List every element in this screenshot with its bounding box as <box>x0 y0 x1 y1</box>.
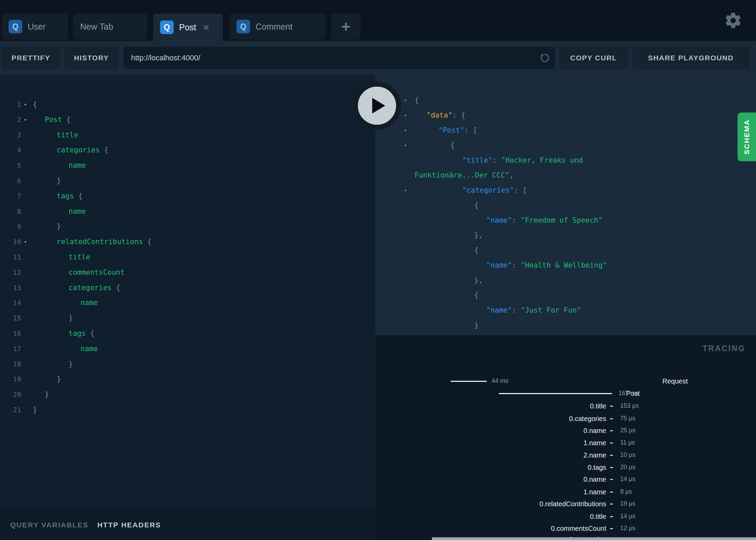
trace-duration-value: 167 ms <box>619 390 639 397</box>
prettify-button[interactable]: PRETTIFY <box>2 47 60 69</box>
response-line: } <box>375 318 756 333</box>
line-number: 14 <box>0 295 21 311</box>
trace-resolver-label: 0.name <box>583 426 606 435</box>
trace-duration-value: 20 μs <box>620 464 635 471</box>
trace-duration-dash <box>610 528 613 529</box>
trace-duration-bar <box>499 393 612 394</box>
editor-line: 7tags { <box>0 189 375 204</box>
punct-token: }, <box>474 231 483 239</box>
code-text: commentsCount <box>69 265 375 280</box>
query-badge-icon: Q <box>236 20 250 33</box>
schema-side-tab[interactable]: SCHEMA <box>738 112 756 161</box>
string-token: "Freedom of Speech" <box>521 216 602 224</box>
code-text: ] <box>462 333 756 335</box>
editor-line: 12commentsCount <box>0 265 375 280</box>
code-text: name <box>81 341 375 357</box>
query-editor[interactable]: 1▾{2▾Post {3title4categories {5name6}7ta… <box>0 75 375 510</box>
editor-line: 8name <box>0 204 375 219</box>
trace-resolver-label: 0.title <box>590 401 606 411</box>
punct-token: } <box>57 375 61 383</box>
response-line: ▾"categories": [ <box>375 183 756 198</box>
code-text: } <box>57 219 375 234</box>
tab-post[interactable]: QPost× <box>153 14 223 41</box>
tracing-panel: TRACING Request44 msPost167 ms0.title153… <box>375 335 756 540</box>
key-token: "categories" <box>462 186 514 194</box>
code-text: name <box>69 158 375 173</box>
line-number: 15 <box>0 311 21 326</box>
tracing-row: Post167 ms <box>375 389 756 398</box>
endpoint-url-input[interactable] <box>123 47 555 69</box>
punct-token: } <box>33 406 37 414</box>
tracing-row: 0.categories75 μs <box>375 414 756 423</box>
close-tab-icon[interactable]: × <box>203 22 209 33</box>
tracing-horizontal-scrollbar[interactable] <box>432 537 756 540</box>
code-text: { <box>33 97 375 112</box>
fold-arrow-icon[interactable]: ▾ <box>404 183 407 198</box>
code-text: title <box>57 127 375 143</box>
punct-token: { <box>147 238 152 246</box>
punct-token: } <box>57 177 61 185</box>
share-playground-button[interactable]: SHARE PLAYGROUND <box>632 47 750 69</box>
editor-line: 3title <box>0 127 375 143</box>
line-number: 18 <box>0 357 21 372</box>
query-variables-tab[interactable]: QUERY VARIABLES <box>10 521 88 529</box>
line-number: 21 <box>0 402 21 418</box>
fold-arrow-icon[interactable]: ▾ <box>404 108 407 123</box>
http-headers-tab[interactable]: HTTP HEADERS <box>97 521 161 529</box>
trace-duration-dash <box>610 492 613 493</box>
trace-duration-dash <box>610 516 613 517</box>
query-badge-icon: Q <box>9 20 22 33</box>
tracing-row: 1.name8 μs <box>375 487 756 497</box>
endpoint-url-box <box>123 47 555 69</box>
punct-token: }, <box>474 276 483 284</box>
editor-line: 5name <box>0 158 375 173</box>
field-token: name <box>81 345 98 353</box>
trace-duration-value: 14 μs <box>620 513 635 520</box>
tab-user[interactable]: QUser <box>2 14 68 40</box>
fold-arrow-icon[interactable]: ▾ <box>404 138 407 153</box>
history-button[interactable]: HISTORY <box>64 47 118 69</box>
fold-arrow-icon[interactable]: ▾ <box>24 97 27 112</box>
new-tab-button[interactable]: + <box>331 14 361 40</box>
punct-token: , <box>509 171 514 179</box>
code-text: "Post": [ <box>438 123 756 138</box>
tracing-row: 1.name11 μs <box>375 438 756 448</box>
fold-arrow-icon[interactable]: ▾ <box>24 234 27 250</box>
settings-gear-icon[interactable] <box>724 11 742 30</box>
code-text: "title": "Hacker, Freaks und <box>462 153 756 168</box>
response-line: Funktionäre...Der CCC", <box>375 168 756 183</box>
tab-new-tab[interactable]: New Tab <box>73 14 147 40</box>
tracing-row: 0.title14 μs <box>375 512 756 521</box>
code-text: } <box>33 402 375 418</box>
tracing-row: 0.tags20 μs <box>375 463 756 472</box>
editor-line: 16tags { <box>0 326 375 341</box>
code-text: name <box>69 204 375 219</box>
tracing-title: TRACING <box>702 344 745 353</box>
tracing-row: Request44 ms <box>375 376 756 386</box>
response-line: ▾{ <box>375 138 756 153</box>
response-line: ▾"data": { <box>375 108 756 123</box>
punct-token: { <box>474 291 479 299</box>
editor-line: 2▾Post { <box>0 112 375 127</box>
fold-arrow-icon[interactable]: ▾ <box>404 123 407 138</box>
editor-line: 1▾{ <box>0 97 375 112</box>
copy-curl-button[interactable]: COPY CURL <box>559 47 628 69</box>
reload-schema-icon[interactable] <box>539 52 551 64</box>
field-token: title <box>69 253 90 261</box>
fold-arrow-icon[interactable]: ▾ <box>24 112 27 127</box>
code-text: } <box>45 387 375 402</box>
data-key-token: "data" <box>426 111 452 119</box>
tab-comment[interactable]: QComment <box>230 14 325 40</box>
tracing-row: 0.name14 μs <box>375 475 756 484</box>
trace-duration-dash <box>610 467 613 468</box>
fold-arrow-icon[interactable]: ▾ <box>404 93 407 108</box>
tab-label: Comment <box>256 22 292 32</box>
punct-token: : <box>512 261 521 269</box>
execute-query-button[interactable] <box>353 82 401 130</box>
response-line: "title": "Hacker, Freaks und <box>375 153 756 168</box>
response-line: "name": "Freedom of Speech" <box>375 213 756 228</box>
trace-resolver-label: 0.tags <box>588 463 606 472</box>
punct-token: { <box>415 96 419 104</box>
field-token: categories <box>69 284 116 292</box>
response-line: { <box>375 243 756 258</box>
